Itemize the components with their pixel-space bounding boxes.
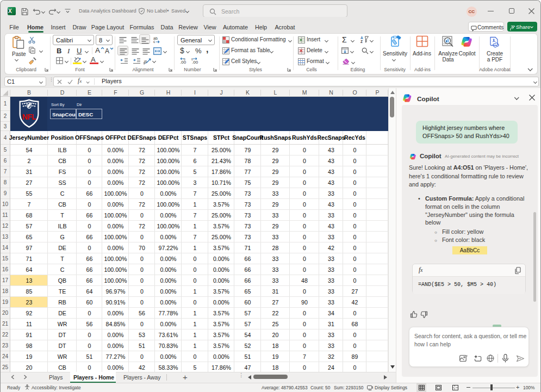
svg-text:0: 0	[191, 58, 193, 61]
svg-text:Z: Z	[360, 40, 363, 43]
svg-text:A: A	[360, 36, 363, 40]
svg-text:NFL: NFL	[22, 113, 37, 121]
svg-text:c: c	[153, 40, 156, 43]
svg-text:.00: .00	[180, 60, 186, 64]
svg-text:0: 0	[184, 58, 185, 61]
